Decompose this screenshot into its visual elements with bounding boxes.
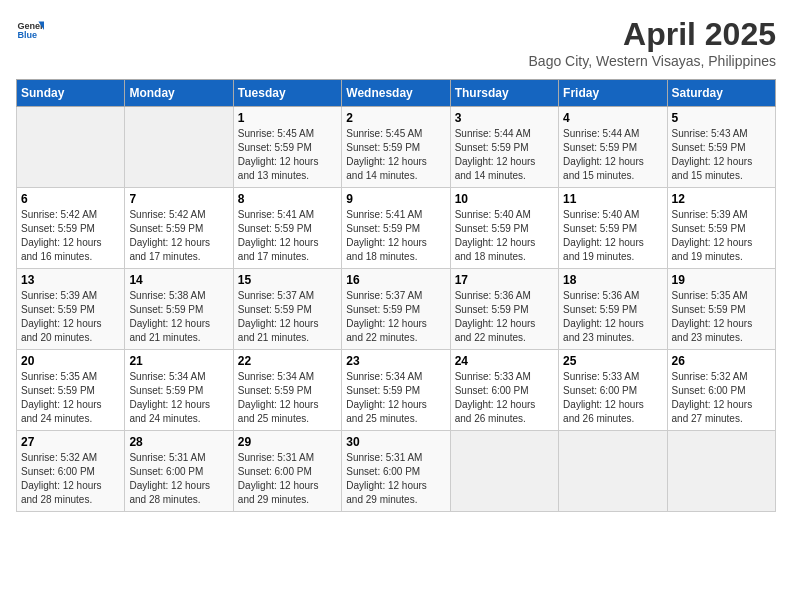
day-number: 21 xyxy=(129,354,228,368)
calendar-day-cell: 5Sunrise: 5:43 AMSunset: 5:59 PMDaylight… xyxy=(667,107,775,188)
day-info: Sunrise: 5:32 AMSunset: 6:00 PMDaylight:… xyxy=(21,451,120,507)
weekday-header-cell: Wednesday xyxy=(342,80,450,107)
day-number: 23 xyxy=(346,354,445,368)
day-info: Sunrise: 5:45 AMSunset: 5:59 PMDaylight:… xyxy=(346,127,445,183)
calendar-day-cell: 24Sunrise: 5:33 AMSunset: 6:00 PMDayligh… xyxy=(450,350,558,431)
day-number: 19 xyxy=(672,273,771,287)
calendar-day-cell: 25Sunrise: 5:33 AMSunset: 6:00 PMDayligh… xyxy=(559,350,667,431)
calendar-day-cell: 16Sunrise: 5:37 AMSunset: 5:59 PMDayligh… xyxy=(342,269,450,350)
logo: General Blue xyxy=(16,16,44,44)
day-number: 24 xyxy=(455,354,554,368)
calendar-day-cell: 18Sunrise: 5:36 AMSunset: 5:59 PMDayligh… xyxy=(559,269,667,350)
calendar-week-row: 20Sunrise: 5:35 AMSunset: 5:59 PMDayligh… xyxy=(17,350,776,431)
day-number: 29 xyxy=(238,435,337,449)
day-info: Sunrise: 5:42 AMSunset: 5:59 PMDaylight:… xyxy=(129,208,228,264)
day-number: 7 xyxy=(129,192,228,206)
month-year-title: April 2025 xyxy=(529,16,776,53)
svg-text:Blue: Blue xyxy=(17,30,37,40)
day-info: Sunrise: 5:39 AMSunset: 5:59 PMDaylight:… xyxy=(672,208,771,264)
calendar-day-cell: 8Sunrise: 5:41 AMSunset: 5:59 PMDaylight… xyxy=(233,188,341,269)
day-info: Sunrise: 5:42 AMSunset: 5:59 PMDaylight:… xyxy=(21,208,120,264)
calendar-day-cell: 29Sunrise: 5:31 AMSunset: 6:00 PMDayligh… xyxy=(233,431,341,512)
day-number: 28 xyxy=(129,435,228,449)
calendar-day-cell: 12Sunrise: 5:39 AMSunset: 5:59 PMDayligh… xyxy=(667,188,775,269)
weekday-header-cell: Saturday xyxy=(667,80,775,107)
weekday-header-cell: Monday xyxy=(125,80,233,107)
weekday-header-cell: Friday xyxy=(559,80,667,107)
calendar-day-cell: 4Sunrise: 5:44 AMSunset: 5:59 PMDaylight… xyxy=(559,107,667,188)
day-info: Sunrise: 5:31 AMSunset: 6:00 PMDaylight:… xyxy=(129,451,228,507)
day-number: 22 xyxy=(238,354,337,368)
day-info: Sunrise: 5:45 AMSunset: 5:59 PMDaylight:… xyxy=(238,127,337,183)
day-number: 2 xyxy=(346,111,445,125)
day-info: Sunrise: 5:44 AMSunset: 5:59 PMDaylight:… xyxy=(455,127,554,183)
day-info: Sunrise: 5:36 AMSunset: 5:59 PMDaylight:… xyxy=(455,289,554,345)
day-info: Sunrise: 5:36 AMSunset: 5:59 PMDaylight:… xyxy=(563,289,662,345)
day-number: 25 xyxy=(563,354,662,368)
calendar-day-cell: 1Sunrise: 5:45 AMSunset: 5:59 PMDaylight… xyxy=(233,107,341,188)
day-number: 1 xyxy=(238,111,337,125)
calendar-week-row: 6Sunrise: 5:42 AMSunset: 5:59 PMDaylight… xyxy=(17,188,776,269)
calendar-day-cell: 27Sunrise: 5:32 AMSunset: 6:00 PMDayligh… xyxy=(17,431,125,512)
calendar-day-cell: 14Sunrise: 5:38 AMSunset: 5:59 PMDayligh… xyxy=(125,269,233,350)
calendar-table: SundayMondayTuesdayWednesdayThursdayFrid… xyxy=(16,79,776,512)
day-number: 11 xyxy=(563,192,662,206)
day-number: 9 xyxy=(346,192,445,206)
calendar-day-cell: 23Sunrise: 5:34 AMSunset: 5:59 PMDayligh… xyxy=(342,350,450,431)
day-number: 3 xyxy=(455,111,554,125)
day-number: 16 xyxy=(346,273,445,287)
header: General Blue April 2025 Bago City, Weste… xyxy=(16,16,776,69)
title-area: April 2025 Bago City, Western Visayas, P… xyxy=(529,16,776,69)
day-info: Sunrise: 5:35 AMSunset: 5:59 PMDaylight:… xyxy=(21,370,120,426)
calendar-day-cell: 10Sunrise: 5:40 AMSunset: 5:59 PMDayligh… xyxy=(450,188,558,269)
calendar-day-cell: 30Sunrise: 5:31 AMSunset: 6:00 PMDayligh… xyxy=(342,431,450,512)
day-number: 12 xyxy=(672,192,771,206)
calendar-day-cell: 21Sunrise: 5:34 AMSunset: 5:59 PMDayligh… xyxy=(125,350,233,431)
calendar-day-cell xyxy=(559,431,667,512)
day-info: Sunrise: 5:40 AMSunset: 5:59 PMDaylight:… xyxy=(455,208,554,264)
day-number: 8 xyxy=(238,192,337,206)
calendar-day-cell: 13Sunrise: 5:39 AMSunset: 5:59 PMDayligh… xyxy=(17,269,125,350)
calendar-day-cell xyxy=(125,107,233,188)
calendar-week-row: 1Sunrise: 5:45 AMSunset: 5:59 PMDaylight… xyxy=(17,107,776,188)
day-number: 18 xyxy=(563,273,662,287)
day-info: Sunrise: 5:41 AMSunset: 5:59 PMDaylight:… xyxy=(346,208,445,264)
day-number: 17 xyxy=(455,273,554,287)
day-number: 26 xyxy=(672,354,771,368)
calendar-day-cell: 17Sunrise: 5:36 AMSunset: 5:59 PMDayligh… xyxy=(450,269,558,350)
day-number: 13 xyxy=(21,273,120,287)
day-info: Sunrise: 5:32 AMSunset: 6:00 PMDaylight:… xyxy=(672,370,771,426)
calendar-week-row: 13Sunrise: 5:39 AMSunset: 5:59 PMDayligh… xyxy=(17,269,776,350)
calendar-day-cell: 22Sunrise: 5:34 AMSunset: 5:59 PMDayligh… xyxy=(233,350,341,431)
day-info: Sunrise: 5:34 AMSunset: 5:59 PMDaylight:… xyxy=(238,370,337,426)
day-info: Sunrise: 5:41 AMSunset: 5:59 PMDaylight:… xyxy=(238,208,337,264)
day-info: Sunrise: 5:33 AMSunset: 6:00 PMDaylight:… xyxy=(455,370,554,426)
calendar-day-cell: 28Sunrise: 5:31 AMSunset: 6:00 PMDayligh… xyxy=(125,431,233,512)
weekday-header-cell: Thursday xyxy=(450,80,558,107)
calendar-day-cell: 19Sunrise: 5:35 AMSunset: 5:59 PMDayligh… xyxy=(667,269,775,350)
day-info: Sunrise: 5:34 AMSunset: 5:59 PMDaylight:… xyxy=(129,370,228,426)
day-number: 15 xyxy=(238,273,337,287)
calendar-day-cell: 11Sunrise: 5:40 AMSunset: 5:59 PMDayligh… xyxy=(559,188,667,269)
day-number: 20 xyxy=(21,354,120,368)
logo-icon: General Blue xyxy=(16,16,44,44)
day-info: Sunrise: 5:38 AMSunset: 5:59 PMDaylight:… xyxy=(129,289,228,345)
calendar-day-cell xyxy=(17,107,125,188)
day-info: Sunrise: 5:33 AMSunset: 6:00 PMDaylight:… xyxy=(563,370,662,426)
day-info: Sunrise: 5:31 AMSunset: 6:00 PMDaylight:… xyxy=(238,451,337,507)
day-info: Sunrise: 5:35 AMSunset: 5:59 PMDaylight:… xyxy=(672,289,771,345)
day-number: 14 xyxy=(129,273,228,287)
day-number: 5 xyxy=(672,111,771,125)
calendar-day-cell: 2Sunrise: 5:45 AMSunset: 5:59 PMDaylight… xyxy=(342,107,450,188)
calendar-day-cell: 20Sunrise: 5:35 AMSunset: 5:59 PMDayligh… xyxy=(17,350,125,431)
calendar-week-row: 27Sunrise: 5:32 AMSunset: 6:00 PMDayligh… xyxy=(17,431,776,512)
calendar-day-cell xyxy=(667,431,775,512)
day-info: Sunrise: 5:39 AMSunset: 5:59 PMDaylight:… xyxy=(21,289,120,345)
day-info: Sunrise: 5:44 AMSunset: 5:59 PMDaylight:… xyxy=(563,127,662,183)
calendar-day-cell: 3Sunrise: 5:44 AMSunset: 5:59 PMDaylight… xyxy=(450,107,558,188)
calendar-day-cell: 26Sunrise: 5:32 AMSunset: 6:00 PMDayligh… xyxy=(667,350,775,431)
weekday-header-cell: Sunday xyxy=(17,80,125,107)
day-info: Sunrise: 5:40 AMSunset: 5:59 PMDaylight:… xyxy=(563,208,662,264)
day-info: Sunrise: 5:37 AMSunset: 5:59 PMDaylight:… xyxy=(346,289,445,345)
day-info: Sunrise: 5:37 AMSunset: 5:59 PMDaylight:… xyxy=(238,289,337,345)
